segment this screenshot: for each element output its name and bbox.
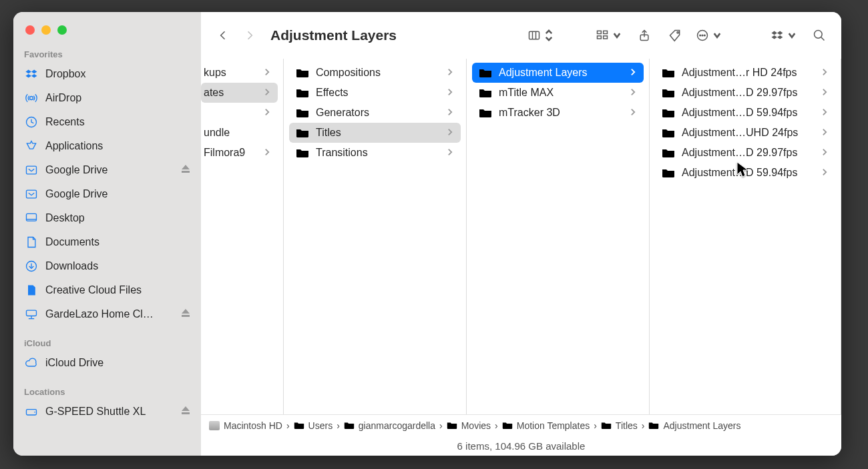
sidebar-item-downloads[interactable]: Downloads xyxy=(13,254,201,278)
list-item[interactable]: Adjustment…D 59.94fps xyxy=(655,163,835,183)
network-icon xyxy=(24,307,39,322)
list-item[interactable] xyxy=(201,103,278,123)
list-item[interactable]: kups xyxy=(201,63,278,83)
sidebar-item-gardelazo-home-cl-[interactable]: GardeLazo Home Cl… xyxy=(13,302,201,326)
list-item[interactable]: Adjustment…D 59.94fps xyxy=(655,103,835,123)
chevron-right-icon xyxy=(447,127,453,139)
sidebar-item-applications[interactable]: Applications xyxy=(13,134,201,158)
item-label: Transitions xyxy=(316,147,441,159)
path-bar: Macintosh HD›Users›gianmarcogardella›Mov… xyxy=(201,414,841,436)
list-item[interactable]: ates xyxy=(201,83,278,103)
breadcrumb-label: Users xyxy=(308,420,333,431)
clock-icon xyxy=(24,115,39,129)
window-title: Adjustment Layers xyxy=(270,27,397,43)
item-label: Filmora9 xyxy=(204,147,258,159)
group-button[interactable] xyxy=(596,25,624,45)
folder-icon xyxy=(296,87,309,98)
more-button[interactable] xyxy=(696,25,724,45)
window-controls xyxy=(13,21,201,47)
list-item[interactable]: Filmora9 xyxy=(201,143,278,163)
sidebar-item-label: Dropbox xyxy=(45,68,85,80)
folder-icon xyxy=(296,67,309,78)
sidebar-item-documents[interactable]: Documents xyxy=(13,230,201,254)
list-item[interactable]: mTracker 3D xyxy=(472,103,644,123)
dropbox-button[interactable] xyxy=(771,25,799,45)
breadcrumb-item[interactable]: Movies xyxy=(447,420,491,431)
status-bar: 6 items, 104.96 GB available xyxy=(201,436,841,456)
sidebar-item-airdrop[interactable]: AirDrop xyxy=(13,86,201,110)
breadcrumb-label: gianmarcogardella xyxy=(359,420,435,431)
breadcrumb-separator-icon: › xyxy=(642,420,645,431)
sidebar-item-label: Creative Cloud Files xyxy=(45,284,142,296)
minimize-window-button[interactable] xyxy=(41,25,51,35)
sidebar-item-google-drive[interactable]: Google Drive xyxy=(13,158,201,182)
column-3: Adjustment…r HD 24fpsAdjustment…D 29.97f… xyxy=(650,59,841,414)
folder-icon xyxy=(662,167,675,178)
chevron-right-icon xyxy=(264,147,270,159)
airdrop-icon xyxy=(24,91,39,105)
sidebar-item-label: Google Drive xyxy=(45,164,107,176)
folder-icon xyxy=(296,107,309,118)
sidebar-item-label: Downloads xyxy=(45,260,98,272)
sidebar-section-label: Locations xyxy=(13,384,201,400)
breadcrumb-item[interactable]: gianmarcogardella xyxy=(344,420,435,431)
search-button[interactable] xyxy=(809,25,829,45)
breadcrumb-item[interactable]: Users xyxy=(294,420,333,431)
list-item[interactable]: Adjustment…r HD 24fps xyxy=(655,63,835,83)
svg-point-12 xyxy=(34,412,35,413)
chevron-right-icon xyxy=(822,147,827,159)
breadcrumb-item[interactable]: Adjustment Layers xyxy=(648,420,740,431)
list-item[interactable]: Transitions xyxy=(289,143,461,163)
breadcrumb-item[interactable]: Macintosh HD xyxy=(209,420,282,431)
toolbar: Adjustment Layers xyxy=(201,12,841,59)
tags-button[interactable] xyxy=(665,25,685,45)
breadcrumb-item[interactable]: Motion Templates xyxy=(502,420,590,431)
svg-rect-8 xyxy=(27,310,37,316)
svg-rect-17 xyxy=(604,31,608,33)
document-icon xyxy=(24,235,39,250)
list-item[interactable]: Titles xyxy=(289,123,461,143)
list-item[interactable]: Adjustment…D 29.97fps xyxy=(655,143,835,163)
close-window-button[interactable] xyxy=(25,25,35,35)
svg-rect-13 xyxy=(529,31,539,39)
sidebar-item-google-drive[interactable]: Google Drive xyxy=(13,182,201,206)
sidebar-item-icloud-drive[interactable]: iCloud Drive xyxy=(13,351,201,375)
list-item[interactable]: mTitle MAX xyxy=(472,83,644,103)
sidebar-item-label: G-SPEED Shuttle XL xyxy=(45,406,146,418)
view-columns-button[interactable] xyxy=(527,25,556,45)
sidebar-item-desktop[interactable]: Desktop xyxy=(13,206,201,230)
breadcrumb-label: Adjustment Layers xyxy=(663,420,740,431)
list-item[interactable]: Generators xyxy=(289,103,461,123)
list-item[interactable]: undle xyxy=(201,123,278,143)
chevron-right-icon xyxy=(822,107,827,119)
chevron-right-icon xyxy=(264,87,270,99)
back-button[interactable] xyxy=(213,25,233,45)
svg-rect-4 xyxy=(27,190,37,198)
list-item[interactable]: Adjustment…UHD 24fps xyxy=(655,123,835,143)
zoom-window-button[interactable] xyxy=(57,25,67,35)
forward-button[interactable] xyxy=(240,25,260,45)
sidebar-item-label: Desktop xyxy=(45,212,85,224)
list-item[interactable]: Effects xyxy=(289,83,461,103)
sidebar-item-recents[interactable]: Recents xyxy=(13,110,201,134)
sidebar-item-g-speed-shuttle-xl[interactable]: G-SPEED Shuttle XL xyxy=(13,400,201,424)
share-button[interactable] xyxy=(634,25,654,45)
apps-icon xyxy=(24,139,39,153)
column-1: CompositionsEffectsGeneratorsTitlesTrans… xyxy=(284,59,467,414)
eject-icon[interactable] xyxy=(181,164,190,176)
eject-icon[interactable] xyxy=(181,406,190,418)
sidebar-item-creative-cloud-files[interactable]: Creative Cloud Files xyxy=(13,278,201,302)
column-view: kupsatesundleFilmora9CompositionsEffects… xyxy=(201,59,841,414)
list-item[interactable]: Compositions xyxy=(289,63,461,83)
folder-icon xyxy=(662,147,675,158)
list-item[interactable]: Adjustment…D 29.97fps xyxy=(655,83,835,103)
eject-icon[interactable] xyxy=(181,308,190,320)
list-item[interactable]: Adjustment Layers xyxy=(472,63,644,83)
item-label: Titles xyxy=(316,127,441,139)
folder-icon xyxy=(648,421,659,430)
sidebar-item-dropbox[interactable]: Dropbox xyxy=(13,62,201,86)
breadcrumb-item[interactable]: Titles xyxy=(601,420,638,431)
item-label: Adjustment…UHD 24fps xyxy=(682,127,815,139)
folder-icon xyxy=(502,421,513,430)
svg-point-1 xyxy=(30,97,33,100)
